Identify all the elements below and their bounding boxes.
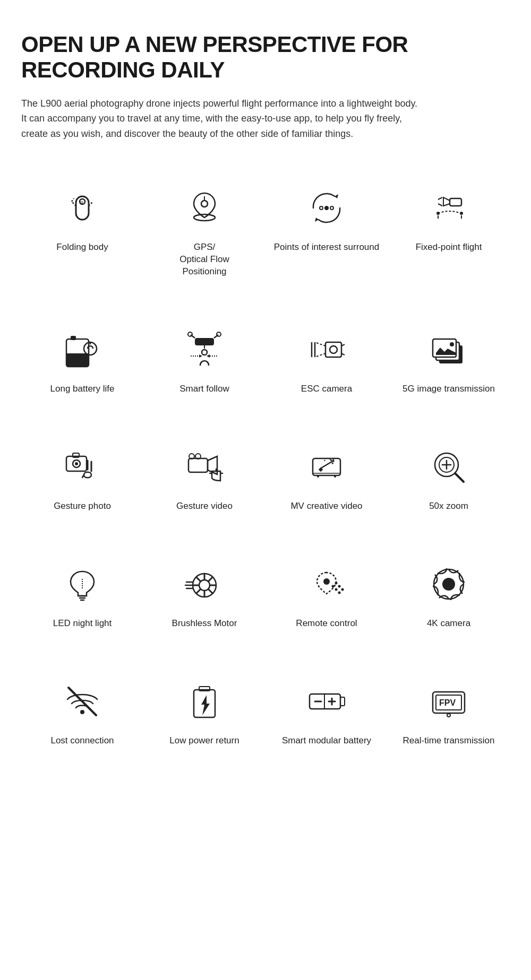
feature-4k-camera: 4K camera <box>388 544 510 640</box>
svg-text:✦: ✦ <box>323 459 326 462</box>
svg-line-16 <box>438 204 442 206</box>
feature-battery: Long battery life <box>21 310 143 406</box>
svg-point-100 <box>338 585 341 587</box>
features-row-1: ⊙ Folding body GPS/Optical FlowPositioni… <box>21 168 510 289</box>
svg-line-89 <box>208 589 213 594</box>
page-description: The L900 aerial photography drone inject… <box>21 96 425 142</box>
remote-control-icon <box>303 560 350 608</box>
led-label: LED night light <box>53 618 112 630</box>
poi-label: Points of interest surround <box>274 241 379 254</box>
50x-zoom-label: 50x zoom <box>429 500 468 513</box>
svg-rect-63 <box>313 458 340 475</box>
svg-line-77 <box>455 473 464 482</box>
svg-point-52 <box>75 462 78 465</box>
50x-zoom-icon <box>425 443 473 491</box>
svg-point-32 <box>202 350 207 355</box>
feature-real-time: FPV Real-time transmission <box>388 662 510 758</box>
svg-point-103 <box>442 578 455 591</box>
svg-point-98 <box>338 591 341 594</box>
svg-rect-0 <box>76 196 89 220</box>
features-row-5: Lost connection Low power return <box>21 662 510 758</box>
svg-line-88 <box>196 577 201 582</box>
feature-folding-body: ⊙ Folding body <box>21 168 143 289</box>
poi-icon <box>303 184 350 232</box>
svg-point-97 <box>335 588 338 591</box>
svg-marker-108 <box>201 695 210 715</box>
feature-poi: Points of interest surround <box>266 168 388 289</box>
real-time-label: Real-time transmission <box>403 735 495 747</box>
feature-lost-connection: Lost connection <box>21 662 143 758</box>
5g-label: 5G image transmission <box>402 383 495 395</box>
feature-5g: 5G image transmission <box>388 310 510 406</box>
feature-led: LED night light <box>21 544 143 640</box>
lost-connection-icon <box>58 678 106 725</box>
smart-follow-label: Smart follow <box>179 383 229 395</box>
svg-line-91 <box>196 589 201 594</box>
svg-rect-30 <box>195 338 214 345</box>
4k-camera-icon <box>425 560 473 608</box>
svg-rect-14 <box>450 198 461 206</box>
battery-label: Long battery life <box>50 383 115 395</box>
svg-point-17 <box>436 212 440 215</box>
svg-point-101 <box>341 588 344 591</box>
fixed-point-icon <box>425 184 473 232</box>
gps-label: GPS/Optical FlowPositioning <box>179 241 229 278</box>
4k-camera-label: 4K camera <box>427 618 470 630</box>
5g-icon <box>425 326 473 374</box>
svg-point-71 <box>317 475 319 478</box>
svg-point-72 <box>334 475 336 478</box>
led-icon <box>58 560 106 608</box>
svg-line-42 <box>315 353 326 357</box>
svg-marker-9 <box>335 194 338 198</box>
brushless-motor-icon <box>181 560 228 608</box>
remote-control-label: Remote control <box>296 618 357 630</box>
feature-gesture-video: Gesture video <box>143 427 266 523</box>
svg-point-12 <box>320 206 323 210</box>
feature-remote-control: Remote control <box>266 544 388 640</box>
mv-label: MV creative video <box>290 500 362 513</box>
esc-camera-label: ESC camera <box>301 383 352 395</box>
svg-point-118 <box>447 714 450 717</box>
gesture-photo-label: Gesture photo <box>54 500 111 513</box>
esc-camera-icon <box>303 326 350 374</box>
svg-text:⊙: ⊙ <box>80 201 83 204</box>
features-row-3: Gesture photo Gesture vide <box>21 427 510 523</box>
svg-point-13 <box>330 206 333 210</box>
feature-gps: GPS/Optical FlowPositioning <box>143 168 266 289</box>
folding-body-icon: ⊙ <box>58 184 106 232</box>
feature-mv: ✦ ✦ MV creative video <box>266 427 388 523</box>
fixed-point-label: Fixed-point flight <box>416 241 482 254</box>
svg-text:✦: ✦ <box>331 461 335 466</box>
svg-point-99 <box>335 582 338 584</box>
svg-point-38 <box>330 346 337 353</box>
svg-line-41 <box>315 342 326 346</box>
svg-marker-36 <box>207 354 210 358</box>
svg-line-90 <box>208 577 213 582</box>
modular-battery-label: Smart modular battery <box>282 735 371 747</box>
svg-point-28 <box>188 332 192 336</box>
gesture-photo-icon <box>58 443 106 491</box>
svg-point-29 <box>217 332 221 336</box>
gps-icon <box>181 184 228 232</box>
feature-smart-follow: Smart follow <box>143 310 266 406</box>
svg-text:FPV: FPV <box>439 698 456 707</box>
svg-point-11 <box>324 206 329 210</box>
mv-icon: ✦ ✦ <box>303 443 350 491</box>
svg-rect-37 <box>326 342 341 357</box>
low-power-label: Low power return <box>169 735 239 747</box>
feature-low-power: Low power return <box>143 662 266 758</box>
page-title: OPEN UP A NEW PERSPECTIVE FOR RECORDING … <box>21 32 510 83</box>
feature-brushless-motor: Brushless Motor <box>143 544 266 640</box>
svg-point-18 <box>460 212 463 215</box>
feature-esc-camera: ESC camera <box>266 310 388 406</box>
svg-point-95 <box>323 578 330 585</box>
brushless-motor-label: Brushless Motor <box>172 618 237 630</box>
svg-line-15 <box>438 197 442 200</box>
svg-marker-10 <box>315 218 319 222</box>
svg-point-96 <box>332 585 335 587</box>
svg-point-104 <box>80 710 84 714</box>
low-power-icon <box>181 678 228 725</box>
svg-marker-35 <box>199 354 202 358</box>
lost-connection-label: Lost connection <box>50 735 114 747</box>
svg-rect-22 <box>71 336 76 340</box>
